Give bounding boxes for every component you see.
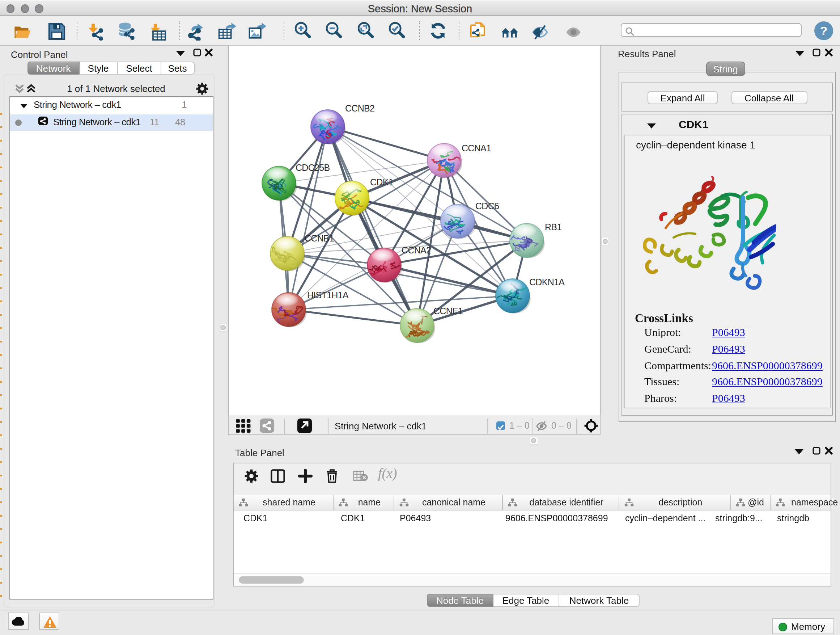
svg-text:CDC25B: CDC25B <box>295 162 329 172</box>
svg-text:?: ? <box>820 24 828 38</box>
svg-text:CDK1: CDK1 <box>370 177 393 187</box>
svg-text:HIST1H1A: HIST1H1A <box>307 290 348 300</box>
svg-text:CCNB1: CCNB1 <box>304 233 333 243</box>
svg-text:RB1: RB1 <box>545 222 561 232</box>
svg-text:CCNA2: CCNA2 <box>401 245 431 255</box>
svg-text:CCNE1: CCNE1 <box>433 306 462 316</box>
svg-text:CCNA1: CCNA1 <box>461 143 491 153</box>
svg-text:CDC6: CDC6 <box>475 201 499 211</box>
svg-text:CCNB2: CCNB2 <box>345 103 374 113</box>
svg-text:CDKN1A: CDKN1A <box>529 277 564 287</box>
